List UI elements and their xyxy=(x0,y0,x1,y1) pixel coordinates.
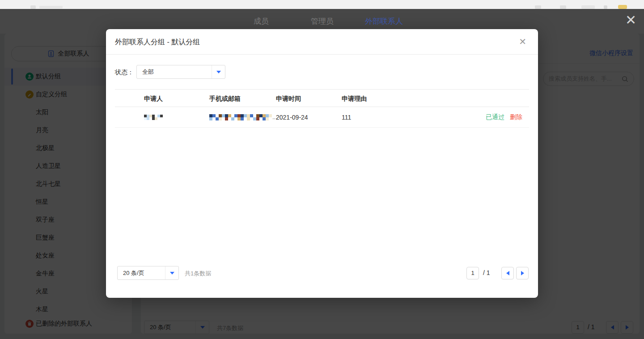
next-page-button[interactable] xyxy=(516,267,529,279)
redaction-mosaic xyxy=(144,115,163,120)
status-filter-select[interactable]: 全部 xyxy=(136,65,225,79)
reason-cell: 111 xyxy=(342,107,351,128)
dialog-close-icon[interactable]: ✕ xyxy=(519,36,526,47)
screen: 全部联系人 默认分组 自定义分组 太阳 月亮 北极星 人造卫星 北斗七星 恒星 … xyxy=(0,0,644,339)
prev-page-button[interactable] xyxy=(501,267,514,279)
browser-chrome-text xyxy=(39,6,63,9)
tab-administrators[interactable]: 管理员 xyxy=(311,16,334,26)
page-size-select[interactable]: 20 条/页 xyxy=(117,266,179,280)
contact-cell-redacted: ... xyxy=(209,107,277,128)
browser-extension-icon xyxy=(535,5,541,9)
chevron-down-icon xyxy=(216,71,221,73)
row-actions: 已通过 删除 xyxy=(486,107,522,128)
page-number-input[interactable]: 1 xyxy=(466,267,479,279)
page-total: / 1 xyxy=(483,269,490,276)
browser-extension-icon xyxy=(581,5,595,9)
table-row: ... 2021-09-24 111 已通过 删除 xyxy=(115,107,529,128)
arrow-left-icon xyxy=(506,271,509,275)
status-filter-label: 状态： xyxy=(115,69,134,77)
tab-members[interactable]: 成员 xyxy=(254,16,269,26)
col-apply-time: 申请时间 xyxy=(276,90,301,107)
browser-extension-icon xyxy=(560,5,566,9)
col-phone-email: 手机或邮箱 xyxy=(209,90,241,107)
applicant-cell-redacted xyxy=(144,107,163,128)
browser-extension-gold-icon xyxy=(618,5,627,9)
delete-link[interactable]: 删除 xyxy=(510,113,522,121)
chevron-down-icon xyxy=(170,272,174,275)
browser-chrome-icon xyxy=(30,5,36,9)
browser-chrome-strip xyxy=(0,0,644,9)
tab-external-contacts[interactable]: 外部联系人 xyxy=(365,16,403,26)
applications-table: 申请人 手机或邮箱 申请时间 申请理由 ... 2021-09-24 111 已… xyxy=(115,89,529,128)
dialog-header: 外部联系人分组 - 默认分组 ✕ xyxy=(106,29,538,55)
redaction-mosaic xyxy=(209,114,272,120)
table-header-row: 申请人 手机或邮箱 申请时间 申请理由 xyxy=(115,89,529,107)
arrow-right-icon xyxy=(521,271,524,275)
dialog-title: 外部联系人分组 - 默认分组 xyxy=(115,29,200,55)
col-applicant: 申请人 xyxy=(144,90,163,107)
apply-time-cell: 2021-09-24 xyxy=(276,107,308,128)
total-count: 共1条数据 xyxy=(185,270,211,278)
col-reason: 申请理由 xyxy=(342,90,367,107)
status-approved-badge: 已通过 xyxy=(486,113,504,121)
close-icon[interactable]: ✕ xyxy=(625,13,636,28)
browser-extension-icon xyxy=(604,5,607,9)
external-contact-group-dialog: 外部联系人分组 - 默认分组 ✕ 状态： 全部 申请人 手机或邮箱 申请时间 申… xyxy=(106,29,538,298)
